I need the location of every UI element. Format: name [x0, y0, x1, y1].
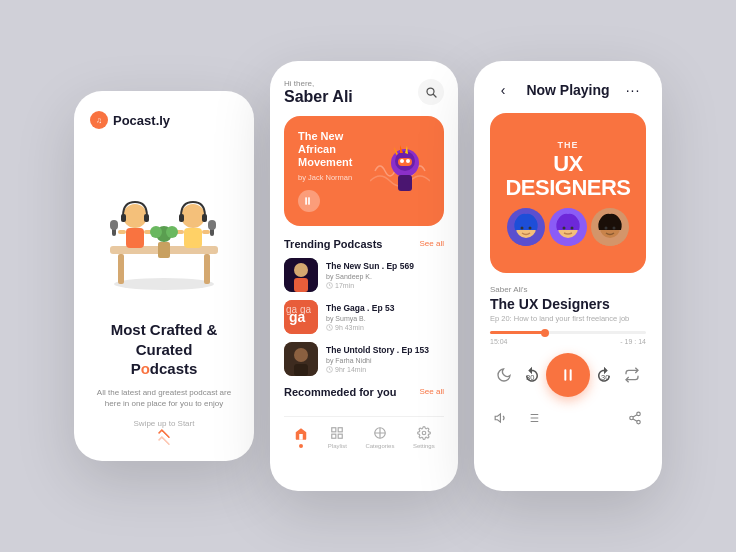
- playback-controls: 30 30: [474, 353, 662, 397]
- progress-bar-background[interactable]: [490, 331, 646, 334]
- svg-line-78: [633, 419, 637, 421]
- trend-duration-2: 9h 43min: [326, 324, 444, 331]
- greeting-area: Hi there, Saber Ali: [284, 79, 353, 106]
- face-character-2: [549, 208, 587, 246]
- forward-button[interactable]: 30: [590, 361, 618, 389]
- trend-name-3: The Untold Story . Ep 153: [326, 345, 444, 355]
- trend-info-3: The Untold Story . Ep 153 by Farha Nidhi…: [326, 345, 444, 373]
- middle-phone: Hi there, Saber Ali The New African Move…: [270, 61, 458, 491]
- podcast-name: The UX Designers: [490, 296, 646, 312]
- trend-author-1: by Sandeep K.: [326, 273, 444, 280]
- svg-rect-7: [126, 228, 144, 248]
- album-sub-title: THE: [558, 140, 579, 150]
- nav-item-home[interactable]: [293, 426, 309, 448]
- more-options-button[interactable]: ···: [620, 77, 646, 103]
- album-main-title: UXDESIGNERS: [505, 152, 630, 200]
- now-playing-title: Now Playing: [526, 82, 609, 98]
- logo-icon: ♫: [90, 111, 108, 129]
- svg-rect-16: [179, 214, 184, 222]
- trending-list: The New Sun . Ep 569 by Sandeep K. 17min…: [284, 258, 444, 376]
- pause-button[interactable]: [546, 353, 590, 397]
- logo-text: Pocast.ly: [113, 113, 170, 128]
- progress-area: 15:04 - 19 : 14: [474, 331, 662, 345]
- volume-button[interactable]: [490, 407, 512, 429]
- svg-rect-3: [204, 254, 210, 284]
- trending-item[interactable]: The Untold Story . Ep 153 by Farha Nidhi…: [284, 342, 444, 376]
- featured-play-button[interactable]: [298, 190, 320, 212]
- recommended-header: Recommeded for you See all: [284, 386, 444, 398]
- svg-point-23: [166, 226, 178, 238]
- svg-point-31: [400, 159, 404, 163]
- search-button[interactable]: [418, 79, 444, 105]
- svg-rect-5: [121, 214, 126, 222]
- nav-active-dot: [299, 444, 303, 448]
- podcast-illustration: [90, 164, 238, 294]
- trending-item[interactable]: ga ga ga The Gaga . Ep 53 by Sumya B. 9h…: [284, 300, 444, 334]
- svg-rect-13: [184, 228, 202, 248]
- svg-point-0: [114, 278, 214, 290]
- bottom-nav: Playlist Categories Settings: [284, 416, 444, 455]
- trend-name-1: The New Sun . Ep 569: [326, 261, 444, 271]
- face-character-1: [507, 208, 545, 246]
- svg-rect-11: [110, 220, 118, 230]
- time-labels: 15:04 - 19 : 14: [490, 338, 646, 345]
- trending-title: Trending Podcasts: [284, 238, 382, 250]
- trend-thumbnail-3: [284, 342, 318, 376]
- nav-item-categories[interactable]: Categories: [365, 425, 394, 449]
- repeat-button[interactable]: [618, 361, 646, 389]
- progress-bar-fill: [490, 331, 545, 334]
- trend-thumbnail-2: ga ga ga: [284, 300, 318, 334]
- svg-point-76: [630, 416, 634, 420]
- svg-line-79: [633, 415, 637, 417]
- svg-point-56: [521, 227, 524, 230]
- nav-label-playlist: Playlist: [328, 443, 347, 449]
- svg-point-22: [150, 226, 162, 238]
- rewind-button[interactable]: 30: [518, 361, 546, 389]
- see-all-recommended[interactable]: See all: [420, 387, 444, 396]
- back-button[interactable]: ‹: [490, 77, 516, 103]
- svg-rect-20: [158, 242, 170, 258]
- trending-item[interactable]: The New Sun . Ep 569 by Sandeep K. 17min: [284, 258, 444, 292]
- featured-text: The New African Movement by Jack Norman: [298, 130, 370, 212]
- recommended-title: Recommeded for you: [284, 386, 396, 398]
- svg-rect-27: [308, 197, 310, 205]
- right-phone: ‹ Now Playing ··· THE UXDESIGNERS: [474, 61, 662, 491]
- featured-author: by Jack Norman: [298, 173, 370, 182]
- greeting-text: Hi there,: [284, 79, 353, 88]
- trend-thumbnail-1: [284, 258, 318, 292]
- see-all-trending[interactable]: See all: [420, 239, 444, 248]
- svg-rect-30: [398, 158, 412, 166]
- settings-icon: [416, 425, 432, 441]
- user-name: Saber Ali: [284, 88, 353, 106]
- nav-item-playlist[interactable]: Playlist: [328, 425, 347, 449]
- svg-point-43: [294, 348, 308, 362]
- home-icon: [293, 426, 309, 442]
- time-current: 15:04: [490, 338, 508, 345]
- bottom-controls: [474, 403, 662, 433]
- podcast-episode: Ep 20: How to land your first freelance …: [490, 314, 646, 323]
- svg-rect-26: [305, 197, 307, 205]
- nav-item-settings[interactable]: Settings: [413, 425, 435, 449]
- playlist-button[interactable]: [522, 407, 544, 429]
- progress-dot: [541, 329, 549, 337]
- bottom-controls-right: [624, 407, 646, 429]
- featured-card[interactable]: The New African Movement by Jack Norman: [284, 116, 444, 226]
- trend-author-3: by Farha Nidhi: [326, 357, 444, 364]
- categories-icon: [372, 425, 388, 441]
- trend-author-2: by Sumya B.: [326, 315, 444, 322]
- swipe-label: Swipe up to Start: [134, 419, 195, 428]
- illustration-area: [90, 137, 238, 320]
- time-remaining: - 19 : 14: [620, 338, 646, 345]
- nav-label-categories: Categories: [365, 443, 394, 449]
- trend-duration-3: 9hr 14min: [326, 366, 444, 373]
- share-button[interactable]: [624, 407, 646, 429]
- svg-point-4: [123, 204, 147, 228]
- trend-duration-1: 17min: [326, 282, 444, 289]
- svg-rect-46: [332, 427, 336, 431]
- playlist-icon: [329, 425, 345, 441]
- svg-point-77: [637, 420, 641, 424]
- phones-container: ♫ Pocast.ly: [74, 61, 662, 491]
- svg-point-53: [422, 431, 426, 435]
- logo-area: ♫ Pocast.ly: [90, 111, 170, 129]
- sleep-timer-button[interactable]: [490, 361, 518, 389]
